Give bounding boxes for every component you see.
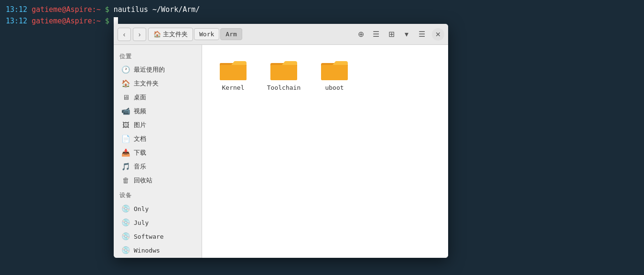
toolbar-actions: ⊕ ☰ ⊞ ▾ ☰ ✕ bbox=[354, 28, 444, 41]
sidebar-label-software: Software bbox=[134, 233, 164, 240]
sidebar-label-trash: 回收站 bbox=[134, 176, 152, 185]
sidebar-item-video[interactable]: 📹 视频 bbox=[116, 105, 200, 118]
sidebar: 位置 🕐 最近使用的 🏠 主文件夹 🖥 桌面 📹 视频 🖼 图片 bbox=[114, 45, 202, 258]
file-item-uboot[interactable]: uboot bbox=[313, 54, 356, 95]
sidebar-label-home: 主文件夹 bbox=[134, 79, 159, 88]
drive-only-icon: 💿 bbox=[121, 204, 130, 213]
drive-july-icon: 💿 bbox=[121, 218, 130, 227]
list-view-button[interactable]: ☰ bbox=[369, 28, 383, 41]
sidebar-label-music: 音乐 bbox=[134, 162, 146, 171]
home-icon: 🏠 bbox=[153, 31, 161, 38]
sidebar-item-pictures[interactable]: 🖼 图片 bbox=[116, 118, 200, 132]
list-icon: ☰ bbox=[373, 30, 379, 39]
folder-kernel-icon bbox=[219, 58, 247, 81]
sidebar-label-video: 视频 bbox=[134, 107, 146, 116]
location-icon: ⊕ bbox=[358, 30, 364, 39]
file-view: Kernel Toolchain bbox=[202, 45, 448, 258]
sidebar-item-winodws[interactable]: 💿 Winodws bbox=[116, 243, 200, 257]
recent-icon: 🕐 bbox=[121, 65, 130, 74]
breadcrumb-arm[interactable]: Arm bbox=[220, 28, 242, 40]
drive-software-icon: 💿 bbox=[121, 232, 130, 241]
file-item-kernel[interactable]: Kernel bbox=[212, 54, 255, 95]
sidebar-item-downloads[interactable]: 📥 下载 bbox=[116, 146, 200, 159]
folder-toolchain-icon bbox=[270, 58, 298, 81]
documents-icon: 📄 bbox=[121, 135, 130, 143]
trash-icon: 🗑 bbox=[121, 176, 130, 185]
file-manager-window: ‹ › 🏠 主文件夹 Work Arm ⊕ ☰ ⊞ ▾ ☰ bbox=[114, 24, 448, 258]
forward-button[interactable]: › bbox=[133, 28, 146, 41]
sidebar-item-only[interactable]: 💿 Only bbox=[116, 202, 200, 215]
sidebar-label-pictures: 图片 bbox=[134, 121, 146, 129]
terminal-user-1: gatieme@Aspire:~ bbox=[32, 4, 101, 15]
svg-rect-2 bbox=[220, 65, 247, 80]
grid-view-button[interactable]: ⊞ bbox=[384, 28, 398, 41]
file-label-toolchain: Toolchain bbox=[267, 84, 301, 91]
sidebar-label-desktop: 桌面 bbox=[134, 93, 146, 102]
desktop-icon: 🖥 bbox=[121, 93, 130, 102]
sidebar-label-winodws: Winodws bbox=[134, 247, 160, 254]
breadcrumb-work[interactable]: Work bbox=[194, 28, 219, 40]
terminal-user-2: gatieme@Aspire:~ bbox=[32, 15, 101, 27]
view-dropdown-button[interactable]: ▾ bbox=[399, 28, 414, 41]
back-button[interactable]: ‹ bbox=[118, 28, 131, 41]
sidebar-item-software[interactable]: 💿 Software bbox=[116, 230, 200, 243]
breadcrumb: 🏠 主文件夹 Work Arm bbox=[148, 28, 352, 41]
sidebar-item-trash[interactable]: 🗑 回收站 bbox=[116, 174, 200, 187]
video-icon: 📹 bbox=[121, 107, 130, 116]
sidebar-item-home[interactable]: 🏠 主文件夹 bbox=[116, 77, 200, 90]
location-button[interactable]: ⊕ bbox=[354, 28, 368, 41]
breadcrumb-home-label: 主文件夹 bbox=[163, 30, 188, 39]
svg-rect-4 bbox=[270, 65, 297, 80]
file-item-toolchain[interactable]: Toolchain bbox=[262, 54, 305, 95]
hamburger-icon: ☰ bbox=[419, 30, 425, 39]
sidebar-label-documents: 文档 bbox=[134, 135, 146, 143]
terminal-line-1: 13:12 gatieme@Aspire:~ $ nautilus ~/Work… bbox=[6, 4, 638, 15]
sidebar-item-documents[interactable]: 📄 文档 bbox=[116, 132, 200, 146]
sidebar-section-devices: 设备 bbox=[114, 188, 202, 201]
file-label-kernel: Kernel bbox=[222, 84, 245, 91]
menu-button[interactable]: ☰ bbox=[415, 28, 429, 41]
terminal-prompt-1: $ bbox=[101, 4, 109, 15]
breadcrumb-home[interactable]: 🏠 主文件夹 bbox=[148, 28, 193, 41]
sidebar-label-recent: 最近使用的 bbox=[134, 65, 165, 74]
folder-uboot-icon bbox=[321, 58, 348, 81]
home-sidebar-icon: 🏠 bbox=[121, 79, 130, 88]
content-area: 位置 🕐 最近使用的 🏠 主文件夹 🖥 桌面 📹 视频 🖼 图片 bbox=[114, 45, 448, 258]
sidebar-section-places: 位置 bbox=[114, 49, 202, 63]
close-button[interactable]: ✕ bbox=[432, 28, 444, 41]
chevron-down-icon: ▾ bbox=[405, 30, 408, 39]
sidebar-label-july: July bbox=[134, 219, 149, 226]
grid-icon: ⊞ bbox=[388, 30, 395, 39]
toolbar: ‹ › 🏠 主文件夹 Work Arm ⊕ ☰ ⊞ ▾ ☰ bbox=[114, 24, 448, 45]
sidebar-item-desktop[interactable]: 🖥 桌面 bbox=[116, 91, 200, 104]
drive-winodws-icon: 💿 bbox=[121, 246, 130, 254]
file-label-uboot: uboot bbox=[325, 84, 343, 91]
music-icon: 🎵 bbox=[121, 162, 130, 171]
downloads-icon: 📥 bbox=[121, 148, 130, 157]
terminal-cmd-1: nautilus ~/Work/Arm/ bbox=[109, 4, 200, 15]
pictures-icon: 🖼 bbox=[121, 121, 130, 129]
sidebar-item-music[interactable]: 🎵 音乐 bbox=[116, 160, 200, 173]
terminal-time-1: 13:12 bbox=[6, 4, 27, 15]
terminal-time-2: 13:12 bbox=[6, 15, 27, 27]
terminal-prompt-2: $ bbox=[101, 15, 109, 27]
sidebar-item-recent[interactable]: 🕐 最近使用的 bbox=[116, 63, 200, 76]
svg-rect-6 bbox=[321, 65, 348, 80]
sidebar-item-july[interactable]: 💿 July bbox=[116, 216, 200, 229]
sidebar-label-only: Only bbox=[134, 205, 149, 212]
close-icon: ✕ bbox=[435, 31, 441, 38]
sidebar-label-downloads: 下载 bbox=[134, 148, 146, 157]
